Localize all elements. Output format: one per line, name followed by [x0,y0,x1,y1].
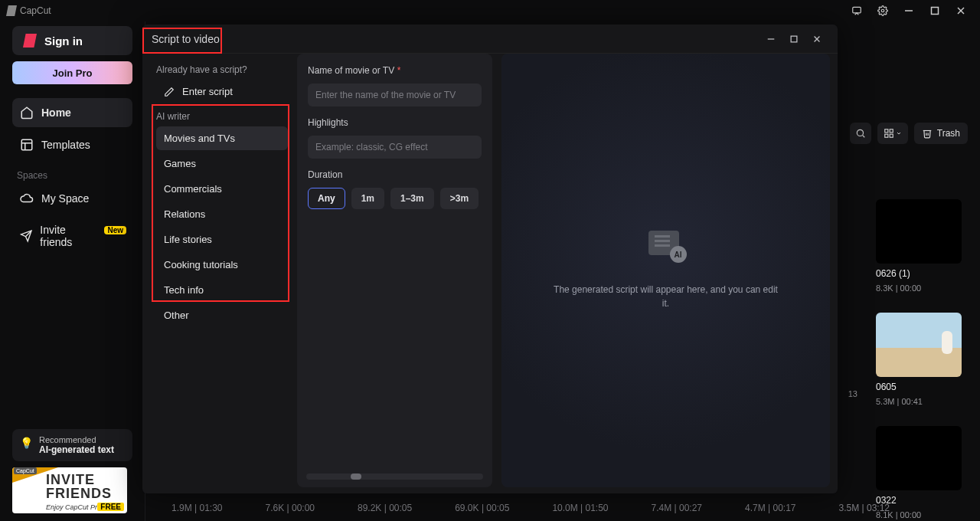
svg-rect-3 [932,8,939,15]
new-badge: New [104,226,126,234]
stat-item: 7.6K | 00:00 [266,503,315,513]
capcut-logo-icon [23,34,37,48]
stat-item: 7.4M | 00:27 [652,503,703,513]
cloud-icon [20,192,34,205]
search-icon[interactable] [850,123,871,144]
brand-name: CapCut [20,5,51,16]
stat-item: 3.5M | 03:12 [839,503,890,513]
category-movies-tvs[interactable]: Movies and TVs [156,126,288,150]
ai-document-icon: AI [648,231,684,261]
project-meta: 5.3M | 00:41 [876,397,968,406]
stat-item: 1.9M | 01:30 [172,503,223,513]
svg-rect-13 [885,134,888,137]
window-maximize-icon[interactable] [922,0,948,21]
category-label: Commercials [164,183,222,195]
preview-placeholder-text: The generated script will appear here, a… [551,283,781,310]
chat-icon[interactable] [844,0,870,21]
free-tag: FREE [97,503,124,511]
modal-maximize-icon[interactable] [782,28,805,50]
movie-name-label: Name of movie or TV [308,65,394,76]
project-title: 0605 [876,382,968,392]
category-label: Tech info [164,284,204,296]
banner-brand-tag: CapCut [14,467,37,474]
category-tech-info[interactable]: Tech info [156,278,288,302]
view-mode-dropdown[interactable] [877,123,908,144]
spaces-section-label: Spaces [17,170,132,181]
project-card[interactable]: 0626 (1) 8.3K | 00:00 [876,199,968,293]
category-label: Other [164,310,189,321]
scrollbar-horizontal[interactable] [306,473,483,480]
window-close-icon[interactable] [948,0,974,21]
project-thumbnail [876,313,962,377]
stat-item: 89.2K | 00:05 [358,503,412,513]
svg-point-9 [857,129,863,136]
modal-minimize-icon[interactable] [760,28,782,50]
movie-name-input[interactable] [308,84,482,106]
svg-rect-6 [21,139,32,150]
category-label: Relations [164,208,205,220]
nav-my-space[interactable]: My Space [12,184,132,213]
category-label: Cooking tutorials [164,259,238,270]
project-card[interactable]: 0605 5.3M | 00:41 [876,313,968,406]
nav-templates-label: Templates [41,139,90,151]
svg-rect-12 [890,129,893,133]
nav-templates[interactable]: Templates [12,130,132,159]
duration-1m[interactable]: 1m [351,188,384,209]
script-to-video-modal: Script to video Already have a script? E… [142,25,838,493]
category-commercials[interactable]: Commercials [156,177,288,201]
stat-item: 10.0M | 01:50 [552,503,608,513]
sign-in-label: Sign in [44,34,83,48]
svg-rect-16 [791,36,797,42]
enter-script-button[interactable]: Enter script [156,80,288,103]
sidebar: Sign in Join Pro Home Templates Spaces M… [0,21,145,521]
duration-1-3m[interactable]: 1–3m [390,188,434,209]
project-title: 0626 (1) [876,268,968,279]
ai-badge: AI [670,246,687,263]
category-relations[interactable]: Relations [156,202,288,226]
nav-home[interactable]: Home [12,98,132,127]
rec-line2: AI-generated text [39,444,114,455]
category-other[interactable]: Other [156,303,288,327]
enter-script-label: Enter script [182,86,233,97]
nav-invite-friends[interactable]: Invite friends New [12,216,132,256]
duration-any[interactable]: Any [308,188,345,209]
settings-gear-icon[interactable] [870,0,896,21]
recommendation-box[interactable]: 💡 Recommended AI-generated text [12,429,132,461]
ai-writer-label: AI writer [152,111,288,126]
stat-item: 69.0K | 00:05 [455,503,509,513]
svg-point-1 [881,9,884,12]
trash-label: Trash [937,128,960,139]
project-thumbnail [876,426,962,490]
modal-title: Script to video [152,33,220,45]
pencil-icon [164,87,175,97]
project-thumbnail [876,199,962,264]
highlights-input[interactable] [308,136,482,159]
banner-line2: FRIENDS [46,486,112,502]
invite-friends-banner[interactable]: CapCut INVITE FRIENDS Enjoy CapCut Pro f… [12,467,127,513]
duration-label: Duration [308,169,482,180]
lightbulb-icon: 💡 [20,437,33,449]
category-label: Life stories [164,234,212,245]
titlebar: CapCut [0,0,980,21]
modal-close-icon[interactable] [805,28,828,50]
window-minimize-icon[interactable] [896,0,922,21]
category-life-stories[interactable]: Life stories [156,228,288,251]
home-icon [20,106,34,120]
category-cooking[interactable]: Cooking tutorials [156,253,288,277]
trash-button[interactable]: Trash [914,123,968,144]
already-have-script-label: Already have a script? [152,64,288,80]
templates-icon [20,138,34,152]
duration-gt3m[interactable]: >3m [440,188,479,209]
category-label: Games [164,158,196,169]
project-stats-row: 1.9M | 01:30 7.6K | 00:00 89.2K | 00:05 … [153,503,968,513]
sign-in-button[interactable]: Sign in [12,26,132,55]
category-games[interactable]: Games [156,152,288,175]
join-pro-button[interactable]: Join Pro [12,61,132,84]
category-label: Movies and TVs [164,133,235,144]
project-meta: 8.3K | 00:00 [876,283,968,293]
svg-rect-11 [885,129,888,133]
highlights-label: Highlights [308,117,482,128]
logo-mark-icon [6,5,17,16]
stat-item: 4.7M | 00:17 [745,503,796,513]
nav-invite-label: Invite friends [40,224,95,248]
